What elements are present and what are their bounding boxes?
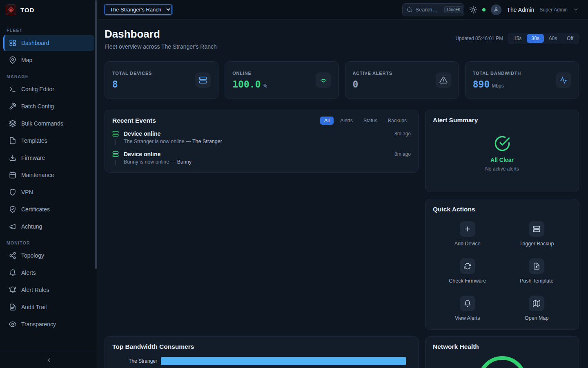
check-firmware-button[interactable]: Check Firmware — [433, 258, 502, 284]
stat-number: 890 — [473, 79, 490, 90]
content: Dashboard Fleet overview across The Stra… — [98, 20, 588, 368]
event-title-row: Device online 8m ago — [124, 151, 411, 157]
sidebar-item-label: Dashboard — [21, 40, 49, 46]
wifi-icon — [319, 76, 327, 84]
search-icon — [407, 7, 412, 13]
search-input[interactable] — [415, 7, 441, 13]
stat-icon-chip — [556, 72, 571, 88]
stat-icon-chip — [316, 72, 331, 88]
open-map-button[interactable]: Open Map — [502, 296, 572, 321]
event-description-text: Bunny is now online — [124, 159, 169, 165]
sidebar-item-alert-rules[interactable]: Alert Rules — [3, 282, 94, 298]
sidebar-collapse-button[interactable] — [0, 352, 98, 368]
filter-backups[interactable]: Backups — [384, 117, 411, 125]
refresh-option-off[interactable]: Off — [562, 34, 578, 43]
sidebar-item-transparency[interactable]: Transparency — [3, 316, 94, 332]
trigger-backup-button[interactable]: Trigger Backup — [502, 221, 572, 247]
action-chip — [529, 296, 544, 311]
user-icon — [493, 7, 499, 13]
top-bandwidth-card: Top Bandwidth Consumers The Stranger Wal… — [105, 336, 419, 368]
wrench-icon — [9, 103, 16, 110]
activity-icon — [559, 76, 568, 84]
sidebar-item-label: Certificates — [21, 206, 50, 213]
stat-unit: % — [263, 83, 267, 89]
push-template-button[interactable]: Push Template — [502, 258, 572, 284]
stat-number: 100.0 — [232, 79, 261, 90]
event-description: Bunny is now online — Bunny — [124, 159, 411, 165]
bandwidth-bars: The Stranger Walter — [112, 357, 411, 368]
top-bandwidth-title: Top Bandwidth Consumers — [112, 343, 194, 350]
dashboard-grid: Recent Events All Alerts Status Backups — [105, 110, 579, 368]
sidebar-item-firmware[interactable]: Firmware — [3, 150, 94, 166]
grid-icon — [9, 39, 16, 47]
stat-number: 8 — [112, 79, 118, 90]
section-label-fleet: FLEET — [7, 28, 91, 33]
page-subtitle: Fleet overview across The Stranger's Ran… — [105, 43, 217, 50]
sidebar-item-label: Alert Rules — [21, 287, 49, 293]
sidebar: TOD FLEET Dashboard Map MANAGE Config Ed… — [0, 0, 98, 368]
filter-all[interactable]: All — [320, 117, 334, 125]
download-icon — [9, 154, 16, 162]
layers-icon — [9, 120, 16, 127]
refresh-option-60s[interactable]: 60s — [545, 34, 561, 43]
refresh-option-30s[interactable]: 30s — [527, 34, 543, 43]
action-label: View Alerts — [455, 315, 480, 321]
connection-status-dot — [482, 8, 486, 11]
stat-value: 100.0 % — [232, 79, 267, 90]
view-alerts-button[interactable]: View Alerts — [433, 296, 502, 321]
sidebar-item-achtung[interactable]: Achtung — [3, 218, 94, 235]
event-body: Device online 8m ago Bunny is now online… — [124, 151, 411, 166]
sidebar-item-label: Templates — [21, 137, 47, 144]
sidebar-item-dashboard[interactable]: Dashboard — [3, 35, 94, 51]
filter-status[interactable]: Status — [359, 117, 381, 125]
alert-summary-card: Alert Summary All Clear No active alerts — [425, 110, 579, 192]
topbar-right: Cmd+K The Admin Super Admin — [402, 3, 579, 16]
sidebar-item-maintenance[interactable]: Maintenance — [3, 167, 94, 183]
sidebar-item-templates[interactable]: Templates — [3, 132, 94, 149]
stat-card-total-bandwidth: TOTAL BANDWIDTH 890 Mbps — [465, 61, 579, 99]
network-nodes-icon — [9, 252, 16, 259]
theme-toggle-button[interactable] — [470, 6, 477, 13]
updated-timestamp: Updated 05:46:01 PM — [455, 36, 503, 41]
action-chip — [460, 221, 475, 237]
event-row: Device online 8m ago Bunny is now online… — [112, 151, 411, 166]
sidebar-item-audit-trail[interactable]: Audit Trail — [3, 299, 94, 315]
page-title: Dashboard — [105, 28, 217, 40]
site-select[interactable]: The Stranger's Ranch — [105, 4, 172, 15]
add-device-button[interactable]: Add Device — [433, 221, 502, 247]
event-rail — [112, 151, 119, 166]
user-menu-button[interactable] — [573, 7, 579, 13]
network-health-gauge — [478, 356, 527, 368]
eye-icon — [9, 321, 16, 328]
sidebar-item-batch-config[interactable]: Batch Config — [3, 98, 94, 114]
page-head: Dashboard Fleet overview across The Stra… — [105, 28, 579, 50]
sidebar-item-topology[interactable]: Topology — [3, 247, 94, 264]
search-box[interactable]: Cmd+K — [402, 3, 464, 16]
avatar[interactable] — [491, 4, 501, 15]
action-chip — [529, 258, 544, 274]
page-head-left: Dashboard Fleet overview across The Stra… — [105, 28, 217, 50]
alert-triangle-icon — [439, 76, 448, 84]
sidebar-item-config-editor[interactable]: Config Editor — [3, 81, 94, 97]
sidebar-item-map[interactable]: Map — [3, 52, 94, 68]
sidebar-item-certificates[interactable]: Certificates — [3, 201, 94, 218]
sidebar-scrollbar[interactable] — [95, 0, 97, 269]
stat-unit: Mbps — [492, 83, 503, 89]
refresh-interval-segmented: 15s 30s 60s Off — [508, 33, 579, 44]
sidebar-item-bulk-commands[interactable]: Bulk Commands — [3, 115, 94, 132]
sidebar-item-vpn[interactable]: VPN — [3, 184, 94, 200]
timeline-line — [115, 139, 116, 145]
refresh-option-15s[interactable]: 15s — [509, 34, 526, 43]
sidebar-item-alerts[interactable]: Alerts — [3, 265, 94, 281]
section-label-manage: MANAGE — [7, 74, 91, 79]
sidebar-item-label: Firmware — [21, 155, 45, 161]
action-label: Push Template — [520, 278, 553, 284]
quick-actions-card: Quick Actions Add Device Trigger Backup — [425, 199, 579, 330]
chevron-left-icon — [46, 357, 52, 364]
map-pin-icon — [9, 56, 16, 64]
alert-detail-text: No active alerts — [485, 166, 519, 172]
event-device: — Bunny — [171, 159, 192, 165]
filter-alerts[interactable]: Alerts — [336, 117, 357, 125]
bell-icon — [464, 300, 471, 307]
alert-summary-title: Alert Summary — [433, 117, 478, 123]
